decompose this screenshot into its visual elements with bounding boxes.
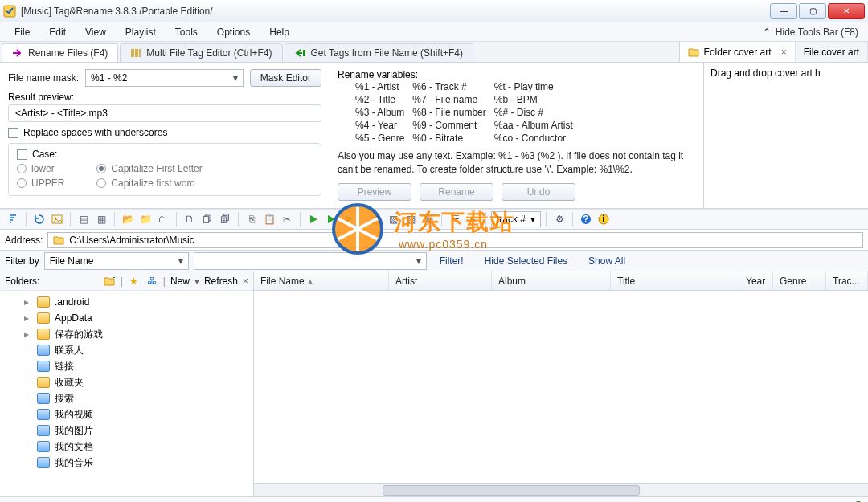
radio-label: UPPER (31, 178, 64, 189)
col-title[interactable]: Title (611, 271, 739, 290)
list2-icon[interactable]: ☰ (447, 211, 463, 227)
image-icon[interactable] (49, 211, 65, 227)
filter-text[interactable]: ▾ (194, 252, 427, 270)
minimize-button[interactable]: — (770, 3, 797, 19)
list-large-icon[interactable]: ▦ (93, 211, 109, 227)
tab-rename-files[interactable]: Rename Files (F4) (2, 43, 118, 62)
horizontal-scrollbar[interactable] (254, 483, 868, 496)
info-icon[interactable]: i (596, 211, 612, 227)
undo-button[interactable]: Undo (502, 183, 575, 201)
mask-combo[interactable]: %1 - %2 ▾ (85, 69, 244, 87)
tree-label: 链接 (55, 360, 74, 373)
files-body[interactable] (254, 291, 868, 483)
result-preview: <Artist> - <Title>.mp3 (8, 104, 321, 122)
copy-icon[interactable]: ⎘ (244, 211, 260, 227)
list3-icon[interactable]: ≡ (465, 211, 481, 227)
play-sel-icon[interactable] (341, 211, 357, 227)
sort-combo[interactable]: track # ▾ (491, 211, 541, 227)
sort-icon[interactable] (5, 211, 21, 227)
tree-label: 我的图片 (55, 424, 93, 438)
rename-button[interactable]: Rename (420, 183, 493, 201)
vars-table: %1 - Artist%6 - Track #%t - Play time %2… (355, 80, 581, 145)
grid4-icon[interactable]: ▩ (420, 211, 436, 227)
folder-open-icon[interactable]: 📂 (120, 211, 136, 227)
close-button[interactable]: ✕ (828, 3, 865, 19)
svg-text:+: + (113, 276, 115, 284)
hide-tools-bar[interactable]: ⌃ Hide Tools Bar (F8) (763, 27, 862, 38)
radio-upper[interactable]: UPPER (17, 178, 64, 189)
menubar: File Edit View Playlist Tools Options He… (0, 22, 868, 42)
play-icon[interactable] (305, 211, 321, 227)
tab-folder-cover-art[interactable]: Folder cover art × (680, 42, 796, 62)
cover-art-hint: Drag and drop cover art h (710, 67, 862, 79)
window-title: [Music] Tag&Rename 3.8.3 /Portable Editi… (21, 6, 768, 17)
col-year[interactable]: Year (739, 271, 773, 290)
radio-capitalize-first-word[interactable]: Capitalize first word (96, 178, 202, 189)
address-field[interactable]: C:\Users\Administrator\Music (47, 232, 863, 248)
menu-playlist[interactable]: Playlist (117, 24, 164, 40)
show-all-button[interactable]: Show All (580, 255, 633, 267)
tab-file-cover-art[interactable]: File cover art (796, 42, 868, 62)
folder-icon[interactable]: 📁 (137, 211, 154, 227)
radio-label: Capitalize first word (111, 178, 195, 189)
chevron-down-icon: ▾ (233, 72, 238, 84)
mask-label: File name mask: (8, 72, 79, 84)
play-alt-icon[interactable] (323, 211, 339, 227)
filter-row: Filter by File Name ▾ ▾ Filter! Hide Sel… (0, 251, 868, 271)
doc-icon[interactable]: 🗋 (182, 211, 198, 227)
close-icon[interactable]: × (781, 47, 787, 58)
paste-icon[interactable]: 📋 (261, 211, 277, 227)
folder-icon (53, 235, 64, 245)
radio-lower[interactable]: lower (17, 163, 64, 174)
reload-icon[interactable] (31, 211, 47, 227)
vars-hint: Also you may use any text. Example: %1 -… (338, 149, 695, 177)
gear-icon[interactable]: ⚙ (551, 211, 567, 227)
folder-add-icon[interactable]: + (103, 275, 116, 288)
col-artist[interactable]: Artist (389, 271, 492, 290)
col-track[interactable]: Trac... (826, 271, 868, 290)
tree-label: 收藏夹 (55, 376, 84, 390)
tab-get-tags[interactable]: Get Tags from File Name (Shift+F4) (285, 43, 474, 62)
menu-edit[interactable]: Edit (41, 24, 74, 40)
new-folder-button[interactable]: New (170, 275, 190, 287)
hide-selected-button[interactable]: Hide Selected Files (477, 255, 575, 267)
refresh-button[interactable]: Refresh (204, 275, 238, 287)
col-genre[interactable]: Genre (773, 271, 826, 290)
menu-help[interactable]: Help (261, 24, 297, 40)
menu-options[interactable]: Options (209, 24, 258, 40)
favorite-icon[interactable]: ★ (128, 275, 141, 288)
col-album[interactable]: Album (492, 271, 611, 290)
maximize-button[interactable]: ▢ (799, 3, 826, 19)
list-small-icon[interactable]: ▤ (76, 211, 92, 227)
help-icon[interactable]: ? (578, 211, 594, 227)
chevron-down-icon: ▾ (530, 214, 535, 225)
tab-label: Get Tags from File Name (Shift+F4) (311, 47, 464, 59)
filter-button[interactable]: Filter! (432, 255, 472, 267)
grid3-icon[interactable]: ▨ (403, 211, 419, 227)
result-preview-value: <Artist> - <Title>.mp3 (15, 108, 108, 119)
grid1-icon[interactable]: ▥ (367, 211, 383, 227)
checkbox-icon[interactable] (17, 149, 27, 160)
filter-combo[interactable]: File Name ▾ (44, 252, 189, 270)
doc-dup-icon[interactable]: 🗐 (217, 211, 233, 227)
folder-alt-icon[interactable]: 🗀 (155, 211, 171, 227)
sort-value: track # (497, 214, 526, 225)
menu-view[interactable]: View (77, 24, 114, 40)
chevron-down-icon: ▾ (416, 255, 421, 267)
menu-tools[interactable]: Tools (167, 24, 206, 40)
folder-tree[interactable]: ▸.android ▸AppData ▸保存的游戏 联系人 链接 收藏夹 搜索 … (0, 291, 253, 496)
radio-capitalize-first-letter[interactable]: Capitalize First Letter (96, 163, 202, 174)
replace-spaces-checkbox[interactable]: Replace spaces with underscores (8, 127, 321, 138)
mask-editor-button[interactable]: Mask Editor (250, 69, 321, 87)
docs-icon[interactable]: 🗍 (199, 211, 215, 227)
col-filename[interactable]: File Name▴ (254, 271, 389, 290)
tab-multi-tag-editor[interactable]: Multi File Tag Editor (Ctrl+F4) (120, 43, 282, 62)
preview-button[interactable]: Preview (338, 183, 411, 201)
menu-file[interactable]: File (6, 24, 38, 40)
network-icon[interactable]: 🖧 (145, 275, 158, 288)
close-icon[interactable]: × (243, 275, 248, 287)
grid2-icon[interactable]: ▧ (385, 211, 401, 227)
folders-label: Folders: (5, 275, 39, 287)
vars-title: Rename variables: (338, 69, 695, 80)
cut-icon[interactable]: ✂ (279, 211, 295, 227)
